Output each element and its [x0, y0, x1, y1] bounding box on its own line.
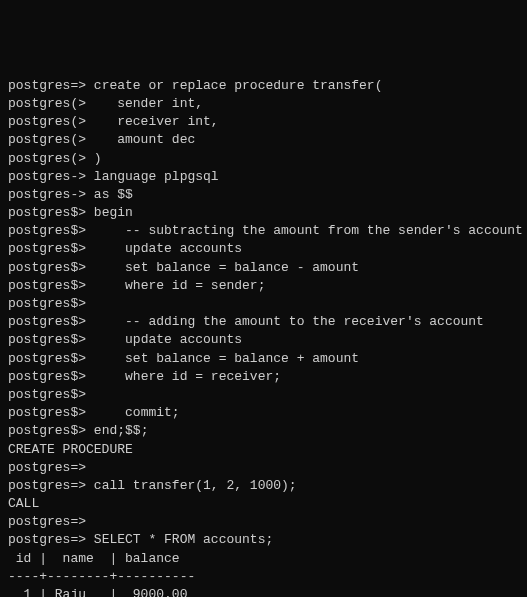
terminal-line: postgres(> amount dec: [8, 131, 519, 149]
prompt-text: postgres$>: [8, 296, 86, 311]
prompt-text: postgres$>: [8, 423, 94, 438]
prompt-text: postgres=>: [8, 514, 86, 529]
prompt-text: postgres$>: [8, 405, 125, 420]
terminal-line: postgres=> call transfer(1, 2, 1000);: [8, 477, 519, 495]
terminal-line: postgres$> -- adding the amount to the r…: [8, 313, 519, 331]
terminal-line: postgres$> -- subtracting the amount fro…: [8, 222, 519, 240]
command-text: call transfer(1, 2, 1000);: [94, 478, 297, 493]
command-text: update accounts: [125, 241, 242, 256]
command-text: commit;: [125, 405, 180, 420]
terminal-line: postgres(> sender int,: [8, 95, 519, 113]
command-text: language plpgsql: [94, 169, 219, 184]
terminal-line: postgres$> set balance = balance + amoun…: [8, 350, 519, 368]
command-text: -- subtracting the amount from the sende…: [125, 223, 523, 238]
command-text: set balance = balance + amount: [125, 351, 359, 366]
prompt-text: postgres$>: [8, 314, 125, 329]
command-text: where id = receiver;: [125, 369, 281, 384]
terminal-line: ----+--------+----------: [8, 568, 519, 586]
terminal-line: postgres=> SELECT * FROM accounts;: [8, 531, 519, 549]
command-text: update accounts: [125, 332, 242, 347]
terminal-line: postgres$> begin: [8, 204, 519, 222]
prompt-text: postgres->: [8, 169, 94, 184]
command-text: SELECT * FROM accounts;: [94, 532, 273, 547]
command-text: as $$: [94, 187, 133, 202]
terminal-line: CREATE PROCEDURE: [8, 441, 519, 459]
prompt-text: postgres=>: [8, 460, 86, 475]
command-text: create or replace procedure transfer(: [94, 78, 383, 93]
terminal-line: postgres$> commit;: [8, 404, 519, 422]
prompt-text: postgres=>: [8, 478, 94, 493]
command-text: ): [94, 151, 102, 166]
prompt-text: postgres$>: [8, 351, 125, 366]
terminal-line: postgres-> language plpgsql: [8, 168, 519, 186]
terminal-line: postgres=> create or replace procedure t…: [8, 77, 519, 95]
prompt-text: postgres(>: [8, 114, 117, 129]
terminal-line: postgres$> update accounts: [8, 331, 519, 349]
terminal-line: id | name | balance: [8, 550, 519, 568]
prompt-text: postgres(>: [8, 151, 94, 166]
terminal-line: postgres(> receiver int,: [8, 113, 519, 131]
command-text: set balance = balance - amount: [125, 260, 359, 275]
command-text: -- adding the amount to the receiver's a…: [125, 314, 484, 329]
command-text: CREATE PROCEDURE: [8, 442, 133, 457]
prompt-text: postgres=>: [8, 78, 94, 93]
terminal-line: postgres=>: [8, 459, 519, 477]
terminal-line: postgres=>: [8, 513, 519, 531]
terminal-line: postgres(> ): [8, 150, 519, 168]
command-text: amount dec: [117, 132, 195, 147]
prompt-text: postgres->: [8, 187, 94, 202]
command-text: end;$$;: [94, 423, 149, 438]
command-text: sender int,: [117, 96, 203, 111]
prompt-text: postgres=>: [8, 532, 94, 547]
terminal-line: postgres$>: [8, 386, 519, 404]
prompt-text: postgres$>: [8, 205, 94, 220]
terminal-line: 1 | Raju | 9000.00: [8, 586, 519, 597]
command-text: where id = sender;: [125, 278, 265, 293]
command-text: receiver int,: [117, 114, 218, 129]
prompt-text: postgres(>: [8, 96, 117, 111]
terminal-line: postgres$> where id = receiver;: [8, 368, 519, 386]
terminal-line: postgres-> as $$: [8, 186, 519, 204]
prompt-text: postgres(>: [8, 132, 117, 147]
command-text: ----+--------+----------: [8, 569, 195, 584]
prompt-text: postgres$>: [8, 241, 125, 256]
prompt-text: postgres$>: [8, 369, 125, 384]
command-text: id | name | balance: [8, 551, 180, 566]
terminal-line: postgres$> end;$$;: [8, 422, 519, 440]
terminal-line: postgres$> update accounts: [8, 240, 519, 258]
prompt-text: postgres$>: [8, 260, 125, 275]
terminal-line: CALL: [8, 495, 519, 513]
terminal-line: postgres$> set balance = balance - amoun…: [8, 259, 519, 277]
terminal-line: postgres$>: [8, 295, 519, 313]
prompt-text: postgres$>: [8, 278, 125, 293]
command-text: 1 | Raju | 9000.00: [8, 587, 187, 597]
terminal-line: postgres$> where id = sender;: [8, 277, 519, 295]
prompt-text: postgres$>: [8, 387, 86, 402]
terminal-output: postgres=> create or replace procedure t…: [8, 77, 519, 597]
prompt-text: postgres$>: [8, 332, 125, 347]
prompt-text: postgres$>: [8, 223, 125, 238]
command-text: CALL: [8, 496, 39, 511]
command-text: begin: [94, 205, 133, 220]
